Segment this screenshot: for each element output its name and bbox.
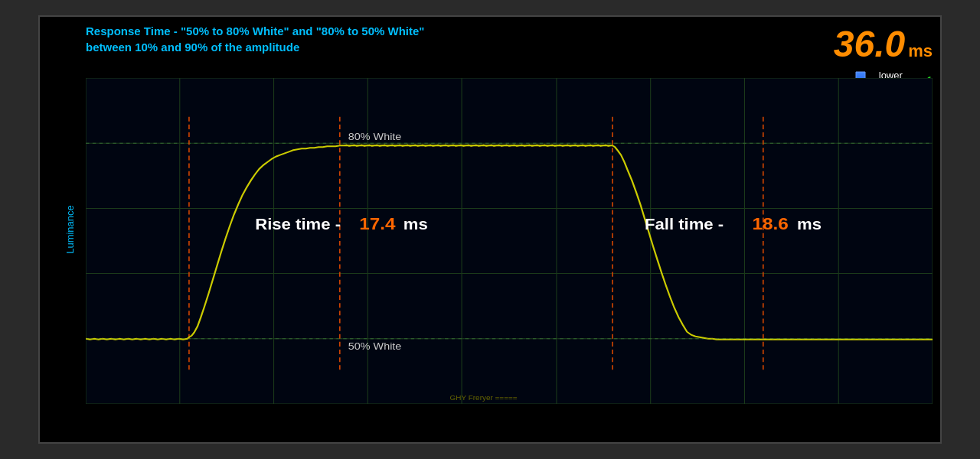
chart-container: Luminance Response Time - "50% to 80% Wh… [38,15,942,444]
response-time-display: 36.0 ms [834,23,933,65]
svg-rect-1 [86,78,933,404]
response-time-number: 36.0 [834,23,905,65]
svg-text:80% White: 80% White [348,132,402,142]
svg-text:18.6: 18.6 [752,214,788,233]
svg-text:50% White: 50% White [348,341,402,352]
svg-text:ms: ms [797,216,822,233]
svg-text:17.4: 17.4 [359,214,395,233]
header-area: Response Time - "50% to 80% White" and "… [86,23,933,65]
svg-text:Rise time -: Rise time - [255,216,341,233]
svg-text:GHY Freryer =====: GHY Freryer ===== [450,393,518,402]
y-axis-label: Luminance [64,205,76,254]
svg-text:ms: ms [403,216,428,233]
main-chart-svg: Rise time - 17.4 ms Fall time - 18.6 ms … [86,78,933,404]
svg-text:Fall time -: Fall time - [645,216,724,233]
chart-title: Response Time - "50% to 80% White" and "… [86,23,424,55]
response-time-unit: ms [908,41,933,61]
